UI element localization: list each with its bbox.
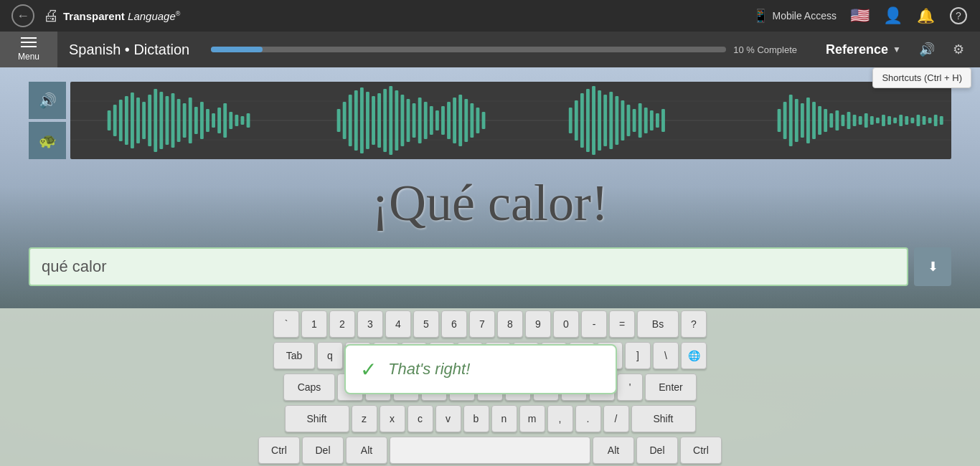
key-question-help[interactable]: ? <box>681 310 707 338</box>
svg-rect-70 <box>661 109 665 132</box>
key-quote[interactable]: ' <box>617 374 643 401</box>
play-audio-button[interactable]: 🔊 <box>29 82 66 119</box>
key-v[interactable]: v <box>435 405 461 432</box>
svg-rect-45 <box>435 110 439 130</box>
svg-rect-14 <box>171 93 175 148</box>
key-5[interactable]: 5 <box>413 310 439 338</box>
svg-rect-7 <box>131 92 134 148</box>
slow-play-button[interactable]: 🐢 <box>29 122 66 159</box>
key-alt-right[interactable]: Alt <box>593 437 634 464</box>
waveform-canvas <box>70 82 951 159</box>
key-9[interactable]: 9 <box>525 310 551 338</box>
profile-icon: 👤 <box>883 6 903 25</box>
svg-rect-19 <box>200 102 204 139</box>
key-slash[interactable]: / <box>603 405 629 432</box>
svg-rect-73 <box>789 95 793 146</box>
key-backtick[interactable]: ` <box>273 310 299 338</box>
svg-rect-75 <box>801 103 804 138</box>
key-m[interactable]: m <box>519 405 545 432</box>
key-period[interactable]: . <box>575 405 601 432</box>
key-backslash[interactable]: \ <box>653 342 679 369</box>
svg-rect-4 <box>113 105 117 136</box>
svg-rect-65 <box>633 109 636 132</box>
svg-rect-47 <box>447 102 451 139</box>
mobile-access-link[interactable]: 📱 Mobile Access <box>753 8 837 24</box>
svg-rect-66 <box>639 103 642 138</box>
key-8[interactable]: 8 <box>497 310 523 338</box>
svg-rect-59 <box>598 90 601 151</box>
help-button[interactable]: ? <box>948 6 969 26</box>
progress-bar <box>211 47 726 52</box>
svg-rect-15 <box>177 99 181 142</box>
key-shift-right[interactable]: Shift <box>631 405 696 432</box>
svg-rect-11 <box>154 89 157 152</box>
key-caps[interactable]: Caps <box>283 374 335 401</box>
svg-rect-49 <box>458 95 462 146</box>
back-button[interactable]: ← <box>11 4 34 27</box>
key-tab[interactable]: Tab <box>273 342 315 369</box>
key-del-right[interactable]: Del <box>636 437 678 464</box>
key-comma[interactable]: , <box>547 405 573 432</box>
key-3[interactable]: 3 <box>357 310 383 338</box>
svg-rect-16 <box>183 103 187 138</box>
svg-rect-8 <box>136 98 140 143</box>
key-shift-left[interactable]: Shift <box>285 405 349 432</box>
key-del-left[interactable]: Del <box>302 437 344 464</box>
answer-input[interactable] <box>29 247 908 286</box>
svg-rect-31 <box>354 90 358 151</box>
chevron-down-icon: ▼ <box>892 44 901 54</box>
key-ctrl-left[interactable]: Ctrl <box>258 437 300 464</box>
key-ctrl-right[interactable]: Ctrl <box>680 437 722 464</box>
flag-button[interactable]: 🇺🇸 <box>849 6 870 26</box>
svg-rect-40 <box>407 99 410 142</box>
key-1[interactable]: 1 <box>301 310 327 338</box>
notifications-button[interactable]: 🔔 <box>915 6 936 26</box>
mobile-icon: 📱 <box>753 8 768 24</box>
menu-label: Menu <box>18 52 39 62</box>
key-globe[interactable]: 🌐 <box>681 342 707 369</box>
svg-rect-20 <box>206 109 209 132</box>
svg-rect-43 <box>424 102 428 139</box>
key-enter[interactable]: Enter <box>645 374 697 401</box>
settings-button[interactable]: ⚙ <box>946 37 971 62</box>
submit-button[interactable]: ⬇ <box>914 247 951 286</box>
svg-rect-78 <box>818 106 821 135</box>
svg-rect-37 <box>389 86 392 155</box>
key-0[interactable]: 0 <box>553 310 579 338</box>
svg-rect-12 <box>159 92 163 149</box>
key-equals[interactable]: = <box>609 310 635 338</box>
settings-icon: ⚙ <box>953 42 964 57</box>
key-q[interactable]: q <box>317 342 343 369</box>
key-2[interactable]: 2 <box>329 310 355 338</box>
key-space[interactable] <box>390 437 590 464</box>
sound-button[interactable]: 🔊 <box>914 37 940 62</box>
language-label: Spanish <box>69 42 121 57</box>
key-alt-left[interactable]: Alt <box>346 437 387 464</box>
svg-rect-91 <box>893 118 897 123</box>
svg-rect-10 <box>148 95 151 146</box>
key-b[interactable]: b <box>463 405 489 432</box>
key-7[interactable]: 7 <box>469 310 495 338</box>
back-icon: ← <box>17 9 29 24</box>
svg-rect-83 <box>847 112 851 129</box>
key-n[interactable]: n <box>491 405 517 432</box>
svg-rect-71 <box>778 109 781 132</box>
svg-rect-29 <box>343 102 347 139</box>
menu-button[interactable]: Menu <box>0 32 57 67</box>
svg-rect-3 <box>108 110 111 130</box>
profile-button[interactable]: 👤 <box>882 6 903 26</box>
key-bracket-close[interactable]: ] <box>625 342 651 369</box>
key-c[interactable]: c <box>407 405 433 432</box>
key-x[interactable]: x <box>380 405 405 432</box>
svg-rect-86 <box>864 113 868 128</box>
svg-rect-33 <box>366 92 369 149</box>
reference-button[interactable]: Reference ▼ <box>819 38 908 62</box>
key-4[interactable]: 4 <box>385 310 411 338</box>
svg-rect-84 <box>853 115 857 126</box>
key-backspace[interactable]: Bs <box>637 310 679 338</box>
key-minus[interactable]: - <box>581 310 607 338</box>
key-6[interactable]: 6 <box>441 310 467 338</box>
logo-icon: 🖨 <box>43 6 59 25</box>
svg-rect-79 <box>824 109 827 132</box>
key-z[interactable]: z <box>352 405 377 432</box>
